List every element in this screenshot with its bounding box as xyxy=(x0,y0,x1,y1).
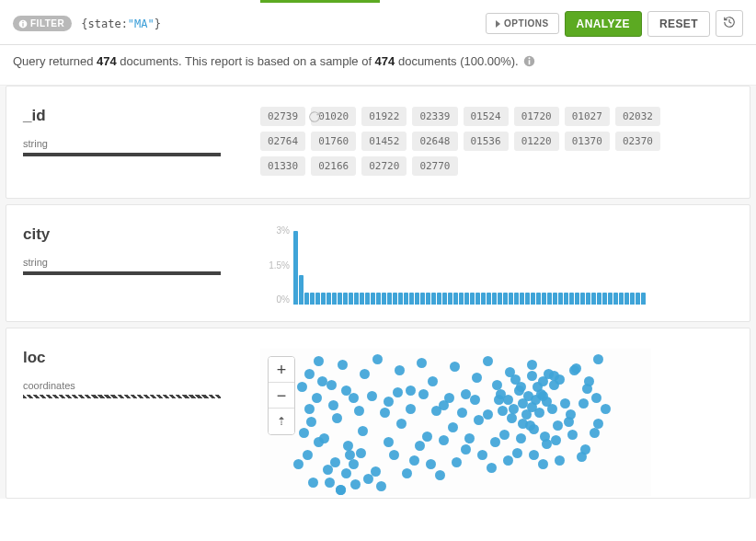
map-point[interactable] xyxy=(393,387,403,397)
map-point[interactable] xyxy=(406,386,416,396)
chart-bar[interactable] xyxy=(426,293,430,305)
sample-value-tag[interactable]: 01330 xyxy=(260,156,305,176)
filter-badge[interactable]: FILTER xyxy=(13,16,72,31)
map-point[interactable] xyxy=(498,406,508,416)
map-point[interactable] xyxy=(422,432,432,442)
map-point[interactable] xyxy=(569,365,579,375)
chart-bar[interactable] xyxy=(525,293,530,305)
map-point[interactable] xyxy=(483,356,493,366)
loc-map[interactable]: + − ⇡ xyxy=(260,349,651,496)
map-point[interactable] xyxy=(487,463,497,473)
chart-bar[interactable] xyxy=(624,293,629,305)
chart-bar[interactable] xyxy=(553,293,557,305)
map-point[interactable] xyxy=(358,426,368,436)
sample-value-tag[interactable]: 01524 xyxy=(464,107,509,126)
map-point[interactable] xyxy=(326,380,337,390)
map-point[interactable] xyxy=(384,397,394,407)
sample-value-tag[interactable]: 02770 xyxy=(412,156,457,176)
map-point[interactable] xyxy=(477,450,487,460)
chart-bar[interactable] xyxy=(420,293,425,305)
chart-bar[interactable] xyxy=(597,293,601,305)
map-point[interactable] xyxy=(312,393,322,403)
map-point[interactable] xyxy=(417,358,427,368)
map-point[interactable] xyxy=(293,459,304,469)
map-point[interactable] xyxy=(529,450,539,460)
sample-value-tag[interactable]: 02720 xyxy=(361,156,407,176)
map-point[interactable] xyxy=(304,369,315,379)
map-point[interactable] xyxy=(448,422,458,432)
map-point[interactable] xyxy=(566,409,576,420)
chart-bar[interactable] xyxy=(509,293,513,305)
map-point[interactable] xyxy=(509,404,519,414)
chart-bar[interactable] xyxy=(437,293,441,305)
map-point[interactable] xyxy=(591,393,601,403)
map-point[interactable] xyxy=(314,356,324,366)
chart-bar[interactable] xyxy=(591,293,596,305)
chart-bar[interactable] xyxy=(310,293,315,305)
chart-bar[interactable] xyxy=(293,231,298,305)
map-point[interactable] xyxy=(461,444,471,455)
map-point[interactable] xyxy=(304,404,315,414)
chart-bar[interactable] xyxy=(602,293,607,305)
chart-bar[interactable] xyxy=(536,293,541,305)
map-point[interactable] xyxy=(499,430,510,440)
sample-value-tag[interactable]: 01720 xyxy=(514,107,559,126)
map-point[interactable] xyxy=(547,404,557,414)
chart-bar[interactable] xyxy=(547,293,552,305)
map-point[interactable] xyxy=(474,415,484,425)
chart-bar[interactable] xyxy=(542,293,546,305)
chart-bar[interactable] xyxy=(558,293,563,305)
history-button[interactable] xyxy=(716,10,743,37)
chart-bar[interactable] xyxy=(332,293,337,305)
sample-value-tag[interactable]: 02739 xyxy=(260,107,305,126)
map-point[interactable] xyxy=(518,419,528,429)
map-point[interactable] xyxy=(330,457,340,467)
reset-button[interactable]: RESET xyxy=(647,11,710,37)
map-point[interactable] xyxy=(380,408,390,418)
chart-bar[interactable] xyxy=(580,293,585,305)
map-point[interactable] xyxy=(457,408,467,418)
chart-bar[interactable] xyxy=(575,293,579,305)
map-point[interactable] xyxy=(555,455,565,466)
map-point[interactable] xyxy=(349,393,359,403)
map-point[interactable] xyxy=(396,419,407,429)
map-point[interactable] xyxy=(514,386,524,396)
map-point[interactable] xyxy=(372,354,383,364)
analyze-button[interactable]: ANALYZE xyxy=(565,11,642,37)
map-point[interactable] xyxy=(384,437,394,447)
map-point[interactable] xyxy=(389,450,399,460)
map-point[interactable] xyxy=(464,433,475,443)
map-point[interactable] xyxy=(341,468,351,478)
sample-value-tag[interactable]: 02764 xyxy=(260,132,305,151)
chart-bar[interactable] xyxy=(376,293,381,305)
map-point[interactable] xyxy=(527,360,537,370)
map-point[interactable] xyxy=(510,374,521,385)
sample-value-tag[interactable]: 02339 xyxy=(412,107,457,126)
map-point[interactable] xyxy=(343,441,353,451)
map-point[interactable] xyxy=(356,448,366,458)
map-point[interactable] xyxy=(376,481,386,491)
city-distribution-chart[interactable]: 3% 1.5% 0% xyxy=(293,225,733,305)
chart-bar[interactable] xyxy=(360,293,364,305)
chart-bar[interactable] xyxy=(586,293,590,305)
map-point[interactable] xyxy=(580,444,590,455)
map-point[interactable] xyxy=(431,406,441,416)
sample-value-tag[interactable]: 01220 xyxy=(514,132,559,151)
chart-bar[interactable] xyxy=(564,293,568,305)
map-point[interactable] xyxy=(426,459,436,469)
map-point[interactable] xyxy=(306,417,316,427)
map-point[interactable] xyxy=(325,478,335,488)
map-point[interactable] xyxy=(544,369,554,379)
reset-bearing-button[interactable]: ⇡ xyxy=(269,409,294,434)
map-point[interactable] xyxy=(551,435,561,445)
zoom-out-button[interactable]: − xyxy=(269,383,294,409)
chart-bar[interactable] xyxy=(459,293,464,305)
sample-value-tag[interactable]: 01370 xyxy=(565,132,610,151)
map-point[interactable] xyxy=(452,457,462,467)
map-point[interactable] xyxy=(601,404,611,414)
refresh-samples-button[interactable] xyxy=(308,110,321,126)
map-point[interactable] xyxy=(553,420,563,431)
map-point[interactable] xyxy=(584,376,594,386)
map-point[interactable] xyxy=(450,362,460,372)
chart-bar[interactable] xyxy=(398,293,403,305)
